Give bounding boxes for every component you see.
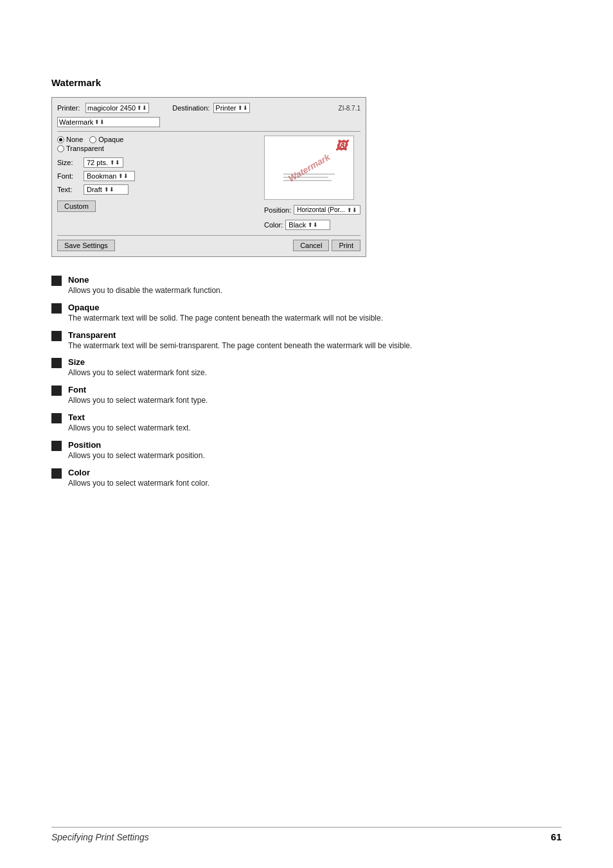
watermark-dropdown[interactable]: Watermark ⬆⬇	[57, 117, 160, 127]
radio-none-circle	[57, 136, 64, 143]
text-label: Text:	[57, 186, 80, 193]
preview-logo: 🖼	[335, 139, 347, 153]
destination-select[interactable]: Printer ⬆⬇	[213, 103, 249, 113]
desc-def: Allows you to disable the watermark func…	[68, 286, 222, 295]
radio-opaque-circle	[89, 136, 96, 143]
bullet-icon	[51, 385, 62, 396]
list-item: Position Allows you to select watermark …	[51, 440, 562, 461]
footer-page: 61	[551, 831, 562, 842]
dialog-right-panel: 🖼 Watermark Position: Horizontal (Por...…	[264, 136, 360, 230]
size-arrow-icon: ⬆⬇	[110, 159, 120, 166]
radio-none-label: None	[66, 136, 83, 143]
position-select[interactable]: Horizontal (Por... ⬆⬇	[294, 205, 360, 215]
bullet-icon	[51, 358, 62, 368]
list-item: Opaque The watermark text will be solid.…	[51, 303, 562, 324]
position-arrow-icon: ⬆⬇	[347, 207, 357, 213]
desc-term: None	[68, 275, 562, 285]
desc-term: Opaque	[68, 303, 562, 312]
text-value: Draft	[87, 186, 102, 193]
color-value: Black	[289, 221, 306, 229]
radio-group: None Opaque Transparent	[57, 136, 258, 152]
desc-def: Allows you to select watermark font colo…	[68, 479, 209, 488]
footer-title: Specifying Print Settings	[51, 832, 149, 842]
desc-def: The watermark text will be semi-transpar…	[68, 341, 412, 350]
color-select[interactable]: Black ⬆⬇	[285, 220, 330, 230]
destination-arrow-icon: ⬆⬇	[238, 105, 248, 111]
size-row: Size: 72 pts. ⬆⬇	[57, 157, 258, 168]
bullet-icon	[51, 413, 62, 423]
color-arrow-icon: ⬆⬇	[308, 222, 318, 228]
font-value: Bookman	[87, 172, 116, 180]
dialog-box: Printer: magicolor 2450 ⬆⬇ Destination: …	[51, 97, 366, 257]
radio-transparent[interactable]: Transparent	[57, 145, 104, 152]
desc-def: Allows you to select watermark font type…	[68, 396, 208, 405]
font-arrow-icon: ⬆⬇	[118, 173, 129, 179]
desc-term: Font	[68, 385, 562, 394]
radio-opaque-label: Opaque	[98, 136, 123, 143]
radio-row-bottom: Transparent	[57, 145, 258, 152]
dialog-version: ZI-8.7.1	[339, 105, 360, 112]
bullet-icon	[51, 276, 62, 286]
font-select[interactable]: Bookman ⬆⬇	[84, 171, 135, 181]
printer-arrow-icon: ⬆⬇	[137, 105, 147, 111]
print-button[interactable]: Print	[332, 240, 360, 251]
list-item: Text Allows you to select watermark text…	[51, 412, 562, 434]
destination-label: Destination:	[172, 104, 209, 112]
radio-transparent-label: Transparent	[66, 145, 104, 152]
watermark-arrow-icon: ⬆⬇	[94, 119, 105, 125]
desc-def: Allows you to select watermark text.	[68, 423, 191, 432]
watermark-dropdown-row: Watermark ⬆⬇	[57, 117, 360, 127]
bullet-icon	[51, 441, 62, 451]
page-footer: Specifying Print Settings 61	[51, 827, 562, 842]
list-item: Transparent The watermark text will be s…	[51, 330, 562, 351]
position-row: Position: Horizontal (Por... ⬆⬇	[264, 205, 360, 215]
color-row: Color: Black ⬆⬇	[264, 220, 330, 230]
printer-value: magicolor 2450	[87, 104, 136, 112]
text-arrow-icon: ⬆⬇	[104, 186, 114, 193]
bullet-icon	[51, 468, 62, 479]
list-item: Color Allows you to select watermark fon…	[51, 468, 562, 489]
desc-def: Allows you to select watermark position.	[68, 451, 205, 460]
destination-value: Printer	[215, 104, 236, 112]
dialog-separator	[57, 131, 360, 132]
desc-term: Transparent	[68, 330, 562, 340]
custom-button[interactable]: Custom	[57, 200, 96, 212]
size-value: 72 pts.	[87, 159, 108, 166]
desc-def: Allows you to select watermark font size…	[68, 368, 207, 377]
printer-select[interactable]: magicolor 2450 ⬆⬇	[85, 103, 149, 113]
size-label: Size:	[57, 159, 80, 166]
desc-term: Size	[68, 357, 562, 367]
preview-area: 🖼 Watermark	[264, 136, 354, 200]
radio-none[interactable]: None	[57, 136, 83, 143]
radio-row-top: None Opaque	[57, 136, 258, 143]
cancel-button[interactable]: Cancel	[293, 240, 329, 251]
position-value: Horizontal (Por...	[297, 206, 344, 213]
bullet-icon	[51, 331, 62, 341]
desc-def: The watermark text will be solid. The pa…	[68, 314, 383, 323]
save-settings-button[interactable]: Save Settings	[57, 240, 115, 251]
bullet-icon	[51, 303, 62, 314]
action-buttons: Cancel Print	[293, 240, 360, 251]
list-item: Size Allows you to select watermark font…	[51, 357, 562, 378]
list-item: Font Allows you to select watermark font…	[51, 385, 562, 406]
color-label: Color:	[264, 221, 283, 229]
radio-opaque[interactable]: Opaque	[89, 136, 123, 143]
desc-term: Position	[68, 440, 562, 450]
desc-term: Color	[68, 468, 562, 477]
radio-transparent-circle	[57, 145, 64, 152]
desc-term: Text	[68, 412, 562, 422]
font-label: Font:	[57, 172, 80, 180]
list-item: None Allows you to disable the watermark…	[51, 275, 562, 296]
dialog-bottom: Save Settings Cancel Print	[57, 235, 360, 251]
dialog-left-panel: None Opaque Transparent	[57, 136, 258, 230]
position-label: Position:	[264, 206, 291, 214]
watermark-dropdown-value: Watermark	[59, 118, 93, 126]
printer-label: Printer:	[57, 104, 82, 112]
font-row: Font: Bookman ⬆⬇	[57, 171, 258, 181]
section-title: Watermark	[51, 77, 562, 88]
description-list: None Allows you to disable the watermark…	[51, 275, 562, 488]
text-select[interactable]: Draft ⬆⬇	[84, 184, 129, 195]
text-row: Text: Draft ⬆⬇	[57, 184, 258, 195]
size-select[interactable]: 72 pts. ⬆⬇	[84, 157, 123, 168]
